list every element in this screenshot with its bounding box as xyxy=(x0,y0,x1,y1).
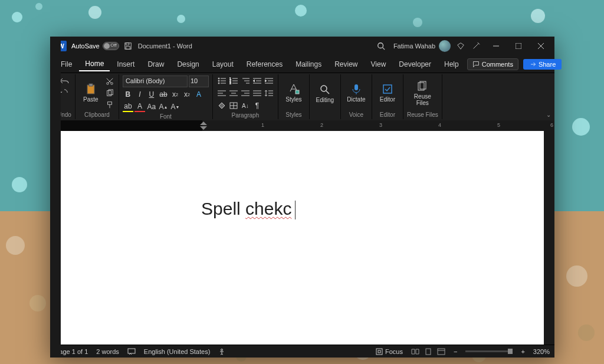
justify-button[interactable] xyxy=(252,88,262,99)
accessibility-status[interactable] xyxy=(218,348,225,355)
zoom-slider[interactable] xyxy=(465,350,513,352)
numbering-button[interactable]: 123 xyxy=(228,76,239,86)
subscript-button[interactable]: x2 xyxy=(170,89,180,100)
user-account[interactable]: Fatima Wahab xyxy=(393,40,451,52)
tab-review[interactable]: Review xyxy=(329,58,363,71)
group-styles: Styles Styles xyxy=(278,74,310,119)
tab-mailings[interactable]: Mailings xyxy=(290,58,327,71)
zoom-in-button[interactable]: + xyxy=(521,348,524,355)
tab-draw[interactable]: Draw xyxy=(142,58,170,71)
word-count[interactable]: 2 words xyxy=(96,348,119,355)
editor-button[interactable]: Editor xyxy=(376,82,399,104)
group-editor: Editor Editor xyxy=(372,74,403,119)
borders-button[interactable] xyxy=(228,100,239,111)
text-effects-button[interactable]: A xyxy=(193,89,204,100)
tab-layout[interactable]: Layout xyxy=(206,58,239,71)
tab-help[interactable]: Help xyxy=(438,58,465,71)
minimize-button[interactable] xyxy=(485,37,507,55)
ribbon-tabs: File Home Insert Draw Design Layout Refe… xyxy=(50,55,554,73)
comments-button[interactable]: Comments xyxy=(467,58,518,70)
document-area: Spell chekc xyxy=(50,131,554,345)
document-page[interactable]: Spell chekc xyxy=(61,131,544,345)
share-button[interactable]: Share xyxy=(523,59,562,70)
tab-design[interactable]: Design xyxy=(171,58,205,71)
change-case-button[interactable]: Aa xyxy=(146,101,157,112)
svg-rect-66 xyxy=(426,349,431,355)
read-mode-icon[interactable] xyxy=(411,348,419,355)
search-icon[interactable] xyxy=(377,42,385,50)
group-label-voice: Voice xyxy=(349,110,363,118)
bullets-button[interactable] xyxy=(216,76,227,86)
diamond-icon[interactable] xyxy=(457,42,465,50)
find-icon xyxy=(319,84,331,96)
print-layout-icon[interactable] xyxy=(424,348,432,355)
font-name-select[interactable]: Calibri (Body) xyxy=(123,76,188,87)
tab-developer[interactable]: Developer xyxy=(393,58,437,71)
font-size-select[interactable]: 10 xyxy=(189,76,209,87)
highlight-button[interactable]: ab xyxy=(123,101,133,112)
svg-point-3 xyxy=(378,43,383,48)
cut-button[interactable] xyxy=(104,76,115,87)
svg-rect-2 xyxy=(126,47,130,49)
decrease-indent-button[interactable] xyxy=(252,76,262,86)
save-icon[interactable] xyxy=(124,42,132,50)
document-text[interactable]: Spell chekc xyxy=(201,199,296,219)
collapse-ribbon-button[interactable]: ⌄ xyxy=(546,112,551,118)
tab-insert[interactable]: Insert xyxy=(111,58,140,71)
align-center-button[interactable] xyxy=(228,88,239,99)
format-painter-button[interactable] xyxy=(104,100,115,110)
web-layout-icon[interactable] xyxy=(437,348,445,355)
sort-button[interactable]: A↓ xyxy=(240,100,251,111)
svg-rect-15 xyxy=(107,101,111,104)
svg-rect-62 xyxy=(128,349,135,353)
shrink-font-button[interactable]: A▼ xyxy=(170,101,180,112)
italic-button[interactable]: I xyxy=(134,89,145,100)
tab-view[interactable]: View xyxy=(365,58,392,71)
maximize-button[interactable] xyxy=(507,37,530,55)
dictate-button[interactable]: Dictate xyxy=(344,82,368,104)
svg-rect-1 xyxy=(126,43,129,45)
svg-text:3: 3 xyxy=(229,81,231,84)
vertical-ruler[interactable] xyxy=(50,131,61,345)
styles-icon xyxy=(288,83,300,95)
line-spacing-button[interactable] xyxy=(264,88,274,99)
tab-home[interactable]: Home xyxy=(79,57,110,71)
align-right-button[interactable] xyxy=(240,88,251,99)
copy-button[interactable] xyxy=(104,88,115,99)
close-button[interactable] xyxy=(530,37,552,55)
group-label-paragraph: Paragraph xyxy=(232,111,260,119)
svg-rect-67 xyxy=(438,349,445,355)
reuse-files-button[interactable]: Reuse Files xyxy=(411,79,434,107)
multilevel-list-button[interactable] xyxy=(240,76,251,86)
superscript-button[interactable]: x2 xyxy=(182,89,192,100)
underline-button[interactable]: U xyxy=(146,89,157,100)
paste-button[interactable]: Paste xyxy=(79,82,103,104)
zoom-out-button[interactable]: − xyxy=(454,348,457,355)
group-clipboard: Paste Clipboard xyxy=(76,74,119,119)
horizontal-ruler[interactable]: 1 2 3 4 5 6 xyxy=(50,120,554,131)
grow-font-button[interactable]: A▲ xyxy=(158,101,169,112)
focus-mode-button[interactable]: Focus xyxy=(376,348,403,355)
autosave-toggle[interactable]: AutoSave Off xyxy=(71,42,119,50)
zoom-level[interactable]: 320% xyxy=(533,348,550,355)
group-paragraph: 123 A↓ ¶ Par xyxy=(213,74,278,119)
pen-icon[interactable] xyxy=(472,42,480,50)
group-font: Calibri (Body) 10 B I U ab x2 x2 A ab A … xyxy=(119,74,213,119)
svg-rect-55 xyxy=(296,90,299,94)
svg-point-16 xyxy=(218,78,219,79)
increase-indent-button[interactable] xyxy=(264,76,274,86)
spellcheck-status[interactable] xyxy=(127,348,136,355)
tab-references[interactable]: References xyxy=(241,58,288,71)
svg-rect-64 xyxy=(376,349,382,355)
styles-button[interactable]: Styles xyxy=(282,82,306,104)
editing-button[interactable]: Editing xyxy=(313,83,337,104)
font-color-button[interactable]: A xyxy=(134,101,145,112)
bold-button[interactable]: B xyxy=(123,89,133,100)
strikethrough-button[interactable]: ab xyxy=(158,89,169,100)
indent-marker-icon[interactable] xyxy=(200,122,207,130)
comment-icon xyxy=(472,61,480,68)
align-left-button[interactable] xyxy=(216,88,227,99)
show-marks-button[interactable]: ¶ xyxy=(252,100,262,111)
shading-button[interactable] xyxy=(216,100,227,111)
language-status[interactable]: English (United States) xyxy=(144,348,211,355)
